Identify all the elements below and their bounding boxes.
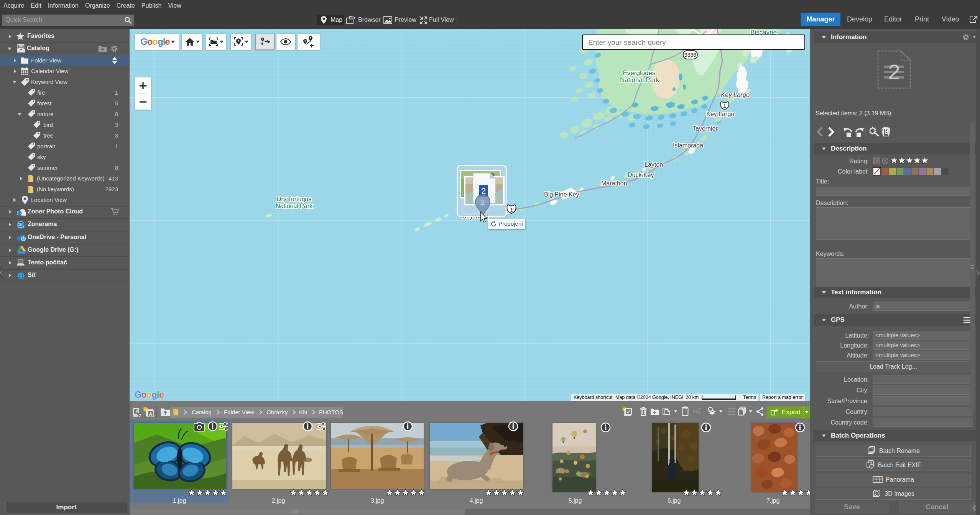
svg-text:Marathon: Marathon [601, 180, 627, 187]
svg-text:AB: AB [692, 409, 699, 413]
svg-text:1: 1 [723, 103, 726, 109]
svg-text:Islamorada: Islamorada [673, 142, 703, 149]
svg-text:2: 2 [481, 186, 486, 196]
svg-text:Key Largo: Key Largo [721, 91, 750, 98]
svg-text:Big Pine Key: Big Pine Key [544, 191, 579, 198]
svg-text:Z: Z [139, 413, 141, 418]
svg-text:2: 2 [481, 198, 485, 206]
svg-text:Dry Tortugas: Dry Tortugas [277, 196, 311, 202]
svg-text:Tavernier: Tavernier [692, 125, 718, 132]
svg-text:Everglades: Everglades [623, 69, 655, 77]
svg-text:National Park: National Park [276, 203, 313, 209]
svg-text:1: 1 [510, 207, 513, 213]
svg-text:i: i [871, 465, 871, 468]
svg-text:9336: 9336 [684, 52, 696, 58]
svg-text:Layton: Layton [645, 161, 663, 168]
svg-text:A: A [149, 411, 153, 417]
svg-text:Key Largo: Key Largo [706, 111, 734, 117]
svg-text:National Park: National Park [620, 76, 659, 84]
svg-text:A: A [136, 409, 139, 413]
svg-text:Duck Key: Duck Key [628, 172, 654, 178]
svg-text:2: 2 [888, 60, 900, 84]
svg-text:ABI: ABI [869, 450, 874, 454]
